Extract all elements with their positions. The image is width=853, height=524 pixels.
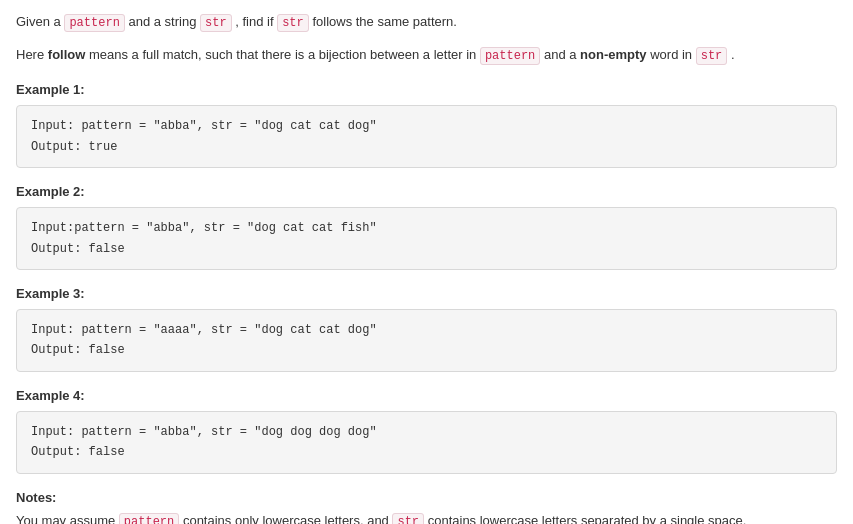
follow-middle: means a full match, such that there is a…: [89, 47, 480, 62]
pattern-code-follow: pattern: [480, 47, 540, 65]
example-output-4: Output: false: [31, 442, 822, 462]
example-output-2: Output: false: [31, 239, 822, 259]
example-input-2: Input:pattern = "abba", str = "dog cat c…: [31, 218, 822, 238]
notes-suffix: contains lowercase letters separated by …: [428, 513, 747, 525]
pattern-code-notes: pattern: [119, 513, 179, 525]
notes-middle: contains only lowercase letters, and: [183, 513, 393, 525]
str-code-notes: str: [392, 513, 424, 525]
str-code-intro: str: [200, 14, 232, 32]
example-block-4: Input: pattern = "abba", str = "dog dog …: [16, 411, 837, 474]
follow-bold: follow: [48, 47, 86, 62]
follow-paragraph: Here follow means a full match, such tha…: [16, 45, 837, 66]
example-3: Example 3:Input: pattern = "aaaa", str =…: [16, 286, 837, 372]
notes-line: You may assume pattern contains only low…: [16, 511, 837, 525]
example-title-3: Example 3:: [16, 286, 837, 301]
intro-suffix: , find if: [235, 14, 277, 29]
intro-paragraph: Given a pattern and a string str , find …: [16, 12, 837, 33]
notes-section: Notes: You may assume pattern contains o…: [16, 490, 837, 525]
str-code-follow: str: [696, 47, 728, 65]
examples-container: Example 1:Input: pattern = "abba", str =…: [16, 82, 837, 473]
example-4: Example 4:Input: pattern = "abba", str =…: [16, 388, 837, 474]
example-output-1: Output: true: [31, 137, 822, 157]
str-code-intro2: str: [277, 14, 309, 32]
pattern-code-intro: pattern: [64, 14, 124, 32]
example-title-1: Example 1:: [16, 82, 837, 97]
follow-suffix: .: [731, 47, 735, 62]
example-2: Example 2:Input:pattern = "abba", str = …: [16, 184, 837, 270]
example-block-2: Input:pattern = "abba", str = "dog cat c…: [16, 207, 837, 270]
intro-middle: and a string: [128, 14, 200, 29]
example-1: Example 1:Input: pattern = "abba", str =…: [16, 82, 837, 168]
example-input-1: Input: pattern = "abba", str = "dog cat …: [31, 116, 822, 136]
notes-title: Notes:: [16, 490, 837, 505]
example-block-1: Input: pattern = "abba", str = "dog cat …: [16, 105, 837, 168]
intro-suffix2: follows the same pattern.: [312, 14, 457, 29]
example-input-4: Input: pattern = "abba", str = "dog dog …: [31, 422, 822, 442]
follow-middle2: and a: [544, 47, 580, 62]
example-title-2: Example 2:: [16, 184, 837, 199]
example-output-3: Output: false: [31, 340, 822, 360]
example-title-4: Example 4:: [16, 388, 837, 403]
nonempty-bold: non-empty: [580, 47, 646, 62]
notes-prefix: You may assume: [16, 513, 119, 525]
follow-word: word in: [650, 47, 696, 62]
example-block-3: Input: pattern = "aaaa", str = "dog cat …: [16, 309, 837, 372]
example-input-3: Input: pattern = "aaaa", str = "dog cat …: [31, 320, 822, 340]
